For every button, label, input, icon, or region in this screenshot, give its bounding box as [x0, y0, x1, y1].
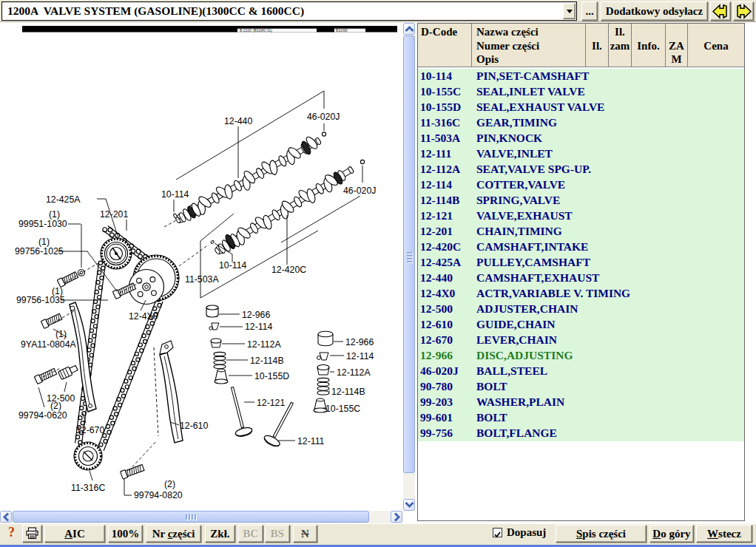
svg-text:(1): (1) — [55, 329, 67, 339]
svg-text:B-2100 (B31M0-31): B-2100 (B31M0-31) — [240, 28, 272, 33]
svg-text:12-966: 12-966 — [242, 310, 270, 320]
svg-text:B31M0: B31M0 — [336, 28, 348, 33]
svg-text:12-112A: 12-112A — [247, 339, 281, 350]
svg-text:99756-1025: 99756-1025 — [15, 246, 64, 256]
svg-text:11-316C: 11-316C — [71, 483, 105, 493]
svg-text:(2): (2) — [50, 401, 61, 411]
svg-text:9YA11-0804A: 9YA11-0804A — [21, 339, 77, 350]
svg-text:12-440: 12-440 — [224, 116, 252, 126]
svg-text:12-114: 12-114 — [346, 351, 374, 361]
svg-text:12-114: 12-114 — [245, 322, 273, 332]
svg-text:10-114: 10-114 — [161, 189, 189, 200]
svg-text:12-4X0: 12-4X0 — [129, 311, 158, 322]
svg-text:99794-0620: 99794-0620 — [18, 410, 67, 421]
svg-text:12-114B: 12-114B — [331, 387, 365, 397]
svg-text:12-121: 12-121 — [257, 398, 285, 408]
svg-text:12-610: 12-610 — [180, 421, 208, 431]
svg-text:10-155D: 10-155D — [254, 371, 289, 381]
svg-text:12-420C: 12-420C — [271, 265, 306, 275]
svg-text:10-114: 10-114 — [219, 260, 247, 271]
svg-text:99951-1030: 99951-1030 — [18, 219, 67, 229]
svg-text:46-020J: 46-020J — [307, 112, 340, 122]
svg-text:46-020J: 46-020J — [343, 186, 376, 196]
svg-text:(1): (1) — [38, 237, 50, 247]
svg-text:10-155C: 10-155C — [325, 404, 360, 414]
svg-text:99794-0820: 99794-0820 — [134, 490, 183, 500]
svg-text:99756-1035: 99756-1035 — [16, 295, 65, 305]
svg-text:12-111: 12-111 — [297, 436, 325, 446]
svg-text:12-201: 12-201 — [100, 209, 128, 220]
svg-text:(2): (2) — [164, 479, 175, 489]
svg-text:11-503A: 11-503A — [185, 274, 219, 285]
svg-text:12-670: 12-670 — [76, 425, 104, 435]
svg-text:12-966: 12-966 — [345, 337, 374, 347]
svg-text:12-425A: 12-425A — [46, 194, 81, 205]
svg-text:12-114B: 12-114B — [250, 356, 284, 366]
svg-text:12-112A: 12-112A — [337, 367, 371, 378]
svg-text:(1): (1) — [49, 209, 60, 220]
